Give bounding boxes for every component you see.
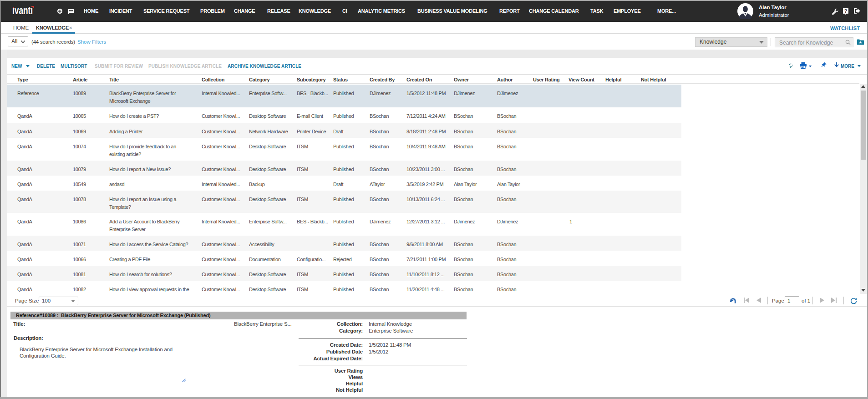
svg-text:?: ?: [844, 8, 847, 14]
